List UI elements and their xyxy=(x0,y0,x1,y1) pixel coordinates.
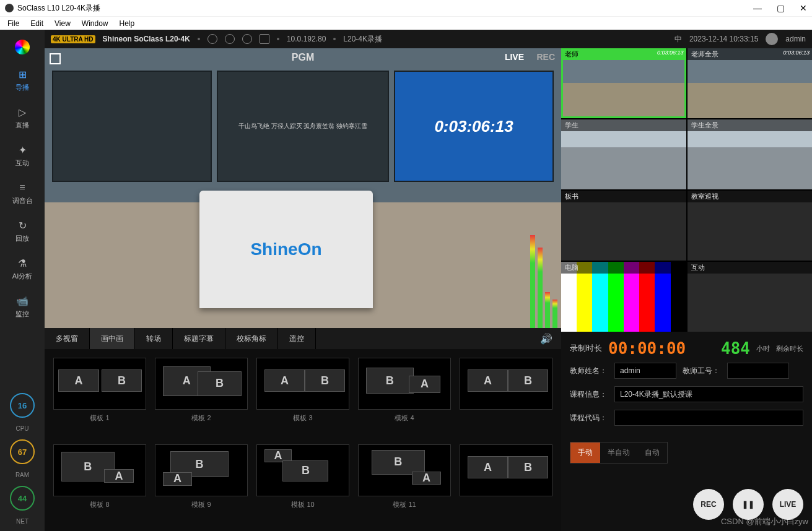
nav-replay[interactable]: ↻回放 xyxy=(5,214,40,247)
fullscreen-icon[interactable] xyxy=(50,53,61,64)
window-title: SoClass L10 L20-4K录播 xyxy=(17,3,100,14)
mode-manual[interactable]: 手动 xyxy=(570,442,600,463)
watermark: CSDN @前端小小白zyw xyxy=(721,516,808,527)
export-icon[interactable] xyxy=(260,34,269,44)
rec-label[interactable]: REC xyxy=(536,52,555,62)
teacher-id-input[interactable] xyxy=(727,363,789,379)
rec-duration: 00:00:00 xyxy=(608,339,686,358)
live-button[interactable]: LIVE xyxy=(772,489,803,520)
tv-screen: 0:03:06:13 xyxy=(394,71,554,182)
preview-cell[interactable]: 老师0:03:06:13 xyxy=(561,48,686,118)
teacher-input[interactable] xyxy=(614,363,676,379)
ai-icon: ⚗ xyxy=(15,256,30,270)
nav-logo[interactable] xyxy=(5,36,40,58)
mode-semi[interactable]: 半自动 xyxy=(600,442,637,463)
template-item[interactable]: AB xyxy=(460,358,552,436)
nav-mixer[interactable]: ≡调音台 xyxy=(5,176,40,209)
menu-window[interactable]: Window xyxy=(82,19,108,28)
preview-cell[interactable]: 板书 xyxy=(561,191,686,261)
nav-director[interactable]: ⊞导播 xyxy=(5,63,40,96)
gauge-ram: 67 xyxy=(10,439,35,464)
template-item[interactable]: BA模板 8 xyxy=(53,444,146,522)
menu-edit[interactable]: Edit xyxy=(30,19,43,28)
course-input[interactable] xyxy=(614,386,803,402)
badge-4k: 4K ULTRA HD xyxy=(51,35,95,43)
ip-label: 10.0.192.80 xyxy=(287,35,326,43)
nav-monitor[interactable]: 📹监控 xyxy=(5,290,40,322)
template-item[interactable]: AB模板 10 xyxy=(256,444,349,522)
pgm-label: PGM xyxy=(292,52,314,63)
template-grid: AB模板 1AB模板 2AB模板 3BA模板 4ABBA模板 8BA模板 9AB… xyxy=(45,349,561,531)
preview-cell[interactable]: 教室巡视 xyxy=(688,191,813,261)
course-form: 教师姓名： 教师工号： 课程信息： 课程代码： 手动 xyxy=(561,363,812,464)
minimize-icon[interactable]: — xyxy=(753,3,762,13)
play-circle-icon[interactable] xyxy=(225,34,235,44)
menu-view[interactable]: View xyxy=(55,19,71,28)
template-item[interactable]: AB xyxy=(460,444,552,522)
window-titlebar: SoClass L10 L20-4K录播 — ▢ ✕ xyxy=(0,0,812,16)
user-label[interactable]: admin xyxy=(785,35,806,43)
live-label[interactable]: LIVE xyxy=(505,52,524,62)
preview-grid: 老师0:03:06:13老师全景0:03:06:13学生学生全景板书教室巡视电脑… xyxy=(561,48,812,332)
teacher-id-label: 教师工号： xyxy=(683,366,721,376)
side-nav: ⊞导播 ▷直播 ✦互动 ≡调音台 ↻回放 ⚗AI分析 📹监控 16 CPU 67… xyxy=(0,30,45,531)
template-item[interactable]: AB模板 1 xyxy=(53,358,146,436)
top-bar: 4K ULTRA HD Shineon SoClass L20-4K 10.0.… xyxy=(45,30,812,48)
blackboard-left xyxy=(52,71,212,182)
tab-transition[interactable]: 转场 xyxy=(135,328,173,349)
nav-ai[interactable]: ⚗AI分析 xyxy=(5,252,40,285)
preview-cell[interactable]: 电脑 xyxy=(561,262,686,332)
blackboard-center: 千山鸟飞绝 万径人踪灭 孤舟蓑笠翁 独钓寒江雪 xyxy=(217,71,389,182)
template-item[interactable]: AB模板 2 xyxy=(155,358,248,436)
menu-bar: File Edit View Window Help xyxy=(0,16,812,30)
code-input[interactable] xyxy=(614,410,803,426)
mode-auto[interactable]: 自动 xyxy=(637,442,667,463)
grid-icon: ⊞ xyxy=(15,67,30,82)
globe-icon: ✦ xyxy=(15,142,30,157)
template-item[interactable]: BA模板 4 xyxy=(358,358,451,436)
rec-dur-label: 录制时长 xyxy=(570,343,602,354)
record-icon[interactable] xyxy=(207,34,217,44)
replay-icon: ↻ xyxy=(15,218,30,233)
pgm-view[interactable]: PGM LIVE REC 千山鸟飞绝 万径人踪灭 孤舟蓑笠翁 独钓寒江雪 0:0… xyxy=(45,48,561,328)
ime-label[interactable]: 中 xyxy=(674,34,682,45)
nav-interact[interactable]: ✦互动 xyxy=(5,139,40,171)
camera-icon: 📹 xyxy=(15,293,30,308)
template-item[interactable]: BA模板 9 xyxy=(155,444,248,522)
tab-corner[interactable]: 校标角标 xyxy=(225,328,278,349)
preview-cell[interactable]: 学生 xyxy=(561,119,686,189)
template-item[interactable]: AB模板 3 xyxy=(256,358,349,436)
rec-button[interactable]: REC xyxy=(693,489,724,520)
tab-remote[interactable]: 遥控 xyxy=(278,328,316,349)
preview-cell[interactable]: 学生全景 xyxy=(688,119,813,189)
tv-timer: 0:03:06:13 xyxy=(434,117,513,136)
nav-live[interactable]: ▷直播 xyxy=(5,101,40,134)
avatar-icon[interactable] xyxy=(766,33,778,45)
menu-help[interactable]: Help xyxy=(120,19,135,28)
close-icon[interactable]: ✕ xyxy=(800,3,807,13)
pause-button[interactable]: ❚❚ xyxy=(733,489,764,520)
sound-icon[interactable]: 🔊 xyxy=(531,333,561,345)
maximize-icon[interactable]: ▢ xyxy=(777,3,785,13)
mode-switch: 手动 半自动 自动 xyxy=(570,442,668,464)
rec-remaining: 484 xyxy=(721,339,750,358)
tab-pip[interactable]: 画中画 xyxy=(90,328,135,349)
globe-icon[interactable] xyxy=(242,34,252,44)
gauge-net: 44 xyxy=(10,486,35,511)
code-label: 课程代码： xyxy=(570,413,608,423)
preview-cell[interactable]: 互动 xyxy=(688,262,813,332)
play-icon: ▷ xyxy=(15,105,30,119)
datetime-label: 2023-12-14 10:33:15 xyxy=(689,35,758,43)
rec-rem-unit: 小时 xyxy=(756,344,770,353)
brand-label: Shineon SoClass L20-4K xyxy=(103,35,190,43)
menu-file[interactable]: File xyxy=(7,19,19,28)
mode-label: L20-4K录播 xyxy=(343,34,382,45)
app-icon xyxy=(5,4,14,12)
preview-cell[interactable]: 老师全景0:03:06:13 xyxy=(688,48,813,118)
record-panel: 录制时长 00:00:00 484 小时 剩余时长 xyxy=(561,332,812,363)
tab-subtitle[interactable]: 标题字幕 xyxy=(173,328,225,349)
audio-meters xyxy=(530,229,557,328)
rec-rem-label: 剩余时长 xyxy=(776,344,803,353)
tab-multiview[interactable]: 多视窗 xyxy=(45,328,90,349)
template-item[interactable]: BA模板 11 xyxy=(358,444,451,522)
